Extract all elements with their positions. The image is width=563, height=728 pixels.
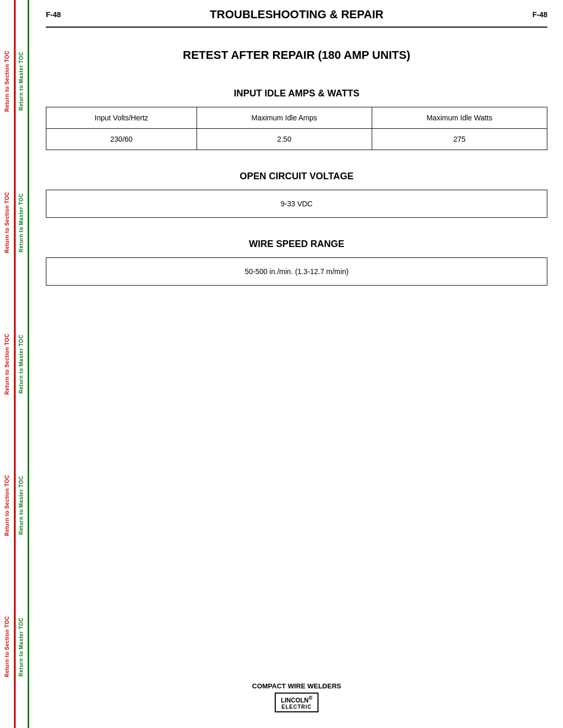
lincoln-electric-logo: LINCOLN® ELECTRIC [275, 693, 319, 712]
page-header: F-48 TROUBLESHOOTING & REPAIR F-48 [46, 0, 547, 28]
page-footer: COMPACT WIRE WELDERS LINCOLN® ELECTRIC [30, 682, 563, 712]
green-bar [28, 0, 29, 728]
wire-speed-range-title: WIRE SPEED RANGE [46, 239, 547, 250]
sidebar-red-col: Return to Section TOC Return to Section … [0, 0, 14, 728]
sidebar-tab-master-toc-5[interactable]: Return to Master TOC [17, 613, 26, 681]
table-row: 230/60 2.50 275 [46, 129, 547, 150]
cell-max-idle-watts: 275 [372, 129, 547, 150]
red-bar [14, 0, 16, 728]
cell-max-idle-amps: 2.50 [197, 129, 372, 150]
sidebar-tab-master-toc-1[interactable]: Return to Master TOC [17, 47, 26, 115]
sidebar-tab-master-toc-4[interactable]: Return to Master TOC [17, 472, 26, 539]
idle-amps-watts-title: INPUT IDLE AMPS & WATTS [46, 88, 547, 99]
wire-speed-range-value: 50-500 in./min. (1.3-12.7 m/min) [46, 257, 547, 286]
table-header-row: Input Volts/Hertz Maximum Idle Amps Maxi… [46, 107, 547, 129]
sidebar-tab-master-toc-3[interactable]: Return to Master TOC [17, 330, 26, 398]
sidebar-tab-master-toc-2[interactable]: Return to Master TOC [17, 189, 26, 256]
sidebar-green-col: Return to Master TOC Return to Master TO… [14, 0, 28, 728]
page-title: RETEST AFTER REPAIR (180 AMP UNITS) [46, 48, 547, 62]
idle-amps-watts-table: Input Volts/Hertz Maximum Idle Amps Maxi… [46, 107, 547, 150]
col-header-max-idle-watts: Maximum Idle Watts [372, 107, 547, 129]
sidebar-tab-section-toc-4[interactable]: Return to Section TOC [3, 471, 11, 540]
sidebar: Return to Section TOC Return to Section … [0, 0, 29, 728]
cell-volts-hertz: 230/60 [46, 129, 197, 150]
page-number-left: F-48 [46, 10, 61, 19]
main-content: F-48 TROUBLESHOOTING & REPAIR F-48 RETES… [30, 0, 563, 728]
open-circuit-voltage-value: 9-33 VDC [46, 190, 547, 218]
open-circuit-voltage-title: OPEN CIRCUIT VOLTAGE [46, 171, 547, 182]
logo-name: LINCOLN® [281, 697, 313, 704]
sidebar-tab-section-toc-5[interactable]: Return to Section TOC [3, 612, 11, 682]
col-header-max-idle-amps: Maximum Idle Amps [197, 107, 372, 129]
page-number-right: F-48 [532, 10, 547, 19]
logo-sub: ELECTRIC [281, 704, 313, 710]
logo-reg: ® [309, 695, 312, 701]
footer-brand-label: COMPACT WIRE WELDERS [46, 682, 547, 690]
sidebar-tab-section-toc-2[interactable]: Return to Section TOC [3, 188, 11, 257]
sidebar-tab-section-toc-3[interactable]: Return to Section TOC [3, 329, 11, 399]
col-header-volts-hertz: Input Volts/Hertz [46, 107, 197, 129]
header-title: TROUBLESHOOTING & REPAIR [61, 8, 532, 21]
sidebar-tab-section-toc-1[interactable]: Return to Section TOC [3, 46, 11, 116]
